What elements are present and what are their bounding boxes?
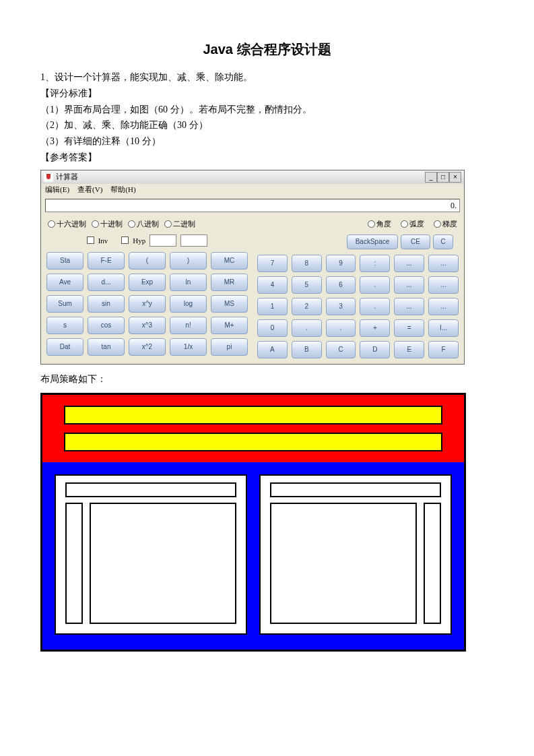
- layout-sub-left-side: [65, 503, 83, 624]
- calc-button-right-21[interactable]: +: [360, 319, 390, 337]
- c-button[interactable]: C: [433, 234, 453, 249]
- calc-button-right-16[interactable]: ...: [394, 298, 424, 315]
- radio-rad[interactable]: 弧度: [401, 219, 424, 229]
- question-1: 1、设计一个计算器，能实现加、减、乘、除功能。: [40, 69, 494, 86]
- close-button[interactable]: ×: [449, 172, 461, 183]
- menu-bar: 编辑(E) 查看(V) 帮助(H): [41, 184, 464, 196]
- layout-sub-left-main: [90, 503, 236, 624]
- calc-button-right-3[interactable]: :: [360, 255, 390, 272]
- layout-top-bar-1: [64, 406, 442, 424]
- checkbox-inv[interactable]: [87, 237, 94, 244]
- radio-grad[interactable]: 梯度: [434, 219, 457, 229]
- calc-button-right-4[interactable]: ...: [394, 255, 424, 272]
- calc-button-left-16[interactable]: cos: [88, 317, 125, 334]
- layout-sub-left: [55, 474, 247, 635]
- calc-display: 0.: [45, 199, 460, 212]
- layout-sub-right-bar: [270, 482, 441, 497]
- calc-button-right-6[interactable]: 4: [257, 276, 288, 294]
- calc-button-right-25[interactable]: B: [292, 341, 322, 358]
- calc-button-left-8[interactable]: ln: [170, 274, 207, 291]
- calc-button-right-27[interactable]: D: [360, 341, 390, 358]
- calc-button-left-3[interactable]: ): [170, 252, 207, 270]
- grading-heading: 【评分标准】: [40, 86, 494, 102]
- calc-button-right-24[interactable]: A: [257, 341, 288, 358]
- calc-button-left-18[interactable]: n!: [170, 317, 207, 334]
- calc-button-left-14[interactable]: MS: [211, 295, 248, 313]
- calc-button-right-7[interactable]: 5: [292, 276, 322, 294]
- calc-button-right-28[interactable]: E: [394, 341, 424, 358]
- menu-view[interactable]: 查看(V): [77, 185, 102, 195]
- left-panel: 十六进制 十进制 八进制 二进制 Inv Hyp StaF-E()MCAved.…: [46, 218, 248, 358]
- calc-button-left-12[interactable]: x^y: [129, 295, 166, 313]
- label-hyp: Hyp: [133, 237, 145, 245]
- calc-button-left-7[interactable]: Exp: [129, 274, 166, 291]
- radio-hex[interactable]: 十六进制: [48, 219, 86, 229]
- minimize-button[interactable]: _: [425, 172, 437, 183]
- calc-button-left-1[interactable]: F-E: [88, 252, 125, 270]
- calc-button-left-6[interactable]: d...: [88, 274, 125, 291]
- calc-button-left-5[interactable]: Ave: [46, 274, 84, 291]
- calc-button-left-9[interactable]: MR: [211, 274, 248, 291]
- label-inv: Inv: [98, 237, 108, 245]
- calc-button-right-9[interactable]: .: [360, 276, 390, 294]
- layout-sub-right: [259, 474, 452, 635]
- calc-button-left-0[interactable]: Sta: [46, 252, 84, 270]
- calc-button-right-14[interactable]: 3: [326, 298, 356, 315]
- layout-bottom-region: [42, 462, 464, 650]
- calc-button-right-29[interactable]: F: [428, 341, 459, 358]
- java-icon: [44, 172, 53, 182]
- layout-diagram: [40, 393, 466, 652]
- calc-button-right-15[interactable]: .: [360, 298, 390, 315]
- calc-button-left-22[interactable]: x^2: [129, 338, 166, 356]
- backspace-button[interactable]: BackSpace: [347, 234, 398, 249]
- ce-button[interactable]: CE: [401, 234, 430, 249]
- calc-button-right-17[interactable]: ...: [428, 298, 459, 315]
- layout-top-region: [42, 395, 464, 462]
- maximize-button[interactable]: □: [437, 172, 449, 183]
- calc-button-left-11[interactable]: sin: [88, 295, 125, 313]
- calc-button-right-12[interactable]: 1: [257, 298, 288, 315]
- calc-button-right-1[interactable]: 8: [292, 255, 322, 272]
- layout-sub-left-bar: [65, 482, 236, 497]
- calc-button-left-15[interactable]: s: [46, 317, 84, 334]
- calc-button-right-5[interactable]: ...: [428, 255, 459, 272]
- calc-button-left-23[interactable]: 1/x: [170, 338, 207, 356]
- grading-item-3: （3）有详细的注释（10 分）: [40, 133, 494, 150]
- calc-button-right-2[interactable]: 9: [326, 255, 356, 272]
- calc-button-right-13[interactable]: 2: [292, 298, 322, 315]
- calc-button-right-26[interactable]: C: [326, 341, 356, 358]
- calc-button-left-21[interactable]: tan: [88, 338, 125, 356]
- radio-bin[interactable]: 二进制: [164, 219, 195, 229]
- menu-edit[interactable]: 编辑(E): [45, 185, 69, 195]
- calc-button-right-0[interactable]: 7: [257, 255, 288, 272]
- calc-button-right-10[interactable]: ...: [394, 276, 424, 294]
- calc-button-right-8[interactable]: 6: [326, 276, 356, 294]
- calc-button-left-20[interactable]: Dat: [46, 338, 84, 356]
- calc-button-right-22[interactable]: =: [394, 319, 424, 337]
- calc-button-left-13[interactable]: log: [170, 295, 207, 313]
- calc-button-left-4[interactable]: MC: [211, 252, 248, 270]
- calc-button-right-11[interactable]: ...: [428, 276, 459, 294]
- calc-button-right-19[interactable]: .: [292, 319, 322, 337]
- layout-top-bar-2: [64, 433, 442, 451]
- calc-button-left-24[interactable]: pi: [211, 338, 248, 356]
- right-button-grid: 789:......456.......123.......0..+=I...A…: [257, 255, 459, 358]
- input-box-2[interactable]: [180, 234, 207, 247]
- radio-deg[interactable]: 角度: [368, 219, 391, 229]
- page-title: Java 综合程序设计题: [40, 40, 494, 59]
- checkbox-hyp[interactable]: [121, 237, 129, 244]
- calc-button-left-2[interactable]: (: [129, 252, 166, 270]
- calc-button-left-19[interactable]: M+: [211, 317, 248, 334]
- radio-oct[interactable]: 八进制: [128, 219, 159, 229]
- calc-button-right-18[interactable]: 0: [257, 319, 288, 337]
- layout-sub-right-main: [270, 503, 417, 624]
- calc-button-left-10[interactable]: Sum: [46, 295, 84, 313]
- input-box-1[interactable]: [149, 234, 176, 247]
- calc-button-right-20[interactable]: .: [326, 319, 356, 337]
- menu-help[interactable]: 帮助(H): [110, 185, 135, 195]
- layout-sub-right-side: [424, 503, 441, 624]
- layout-caption: 布局策略如下：: [40, 371, 494, 387]
- radio-dec[interactable]: 十进制: [92, 219, 123, 229]
- calc-button-right-23[interactable]: I...: [428, 319, 459, 337]
- calc-button-left-17[interactable]: x^3: [129, 317, 166, 334]
